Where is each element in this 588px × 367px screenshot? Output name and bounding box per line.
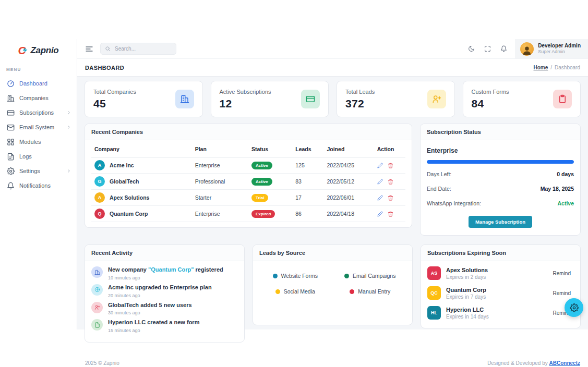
legend-dot [350, 289, 354, 294]
brand-logo[interactable]: C Zapnio [0, 39, 77, 62]
remind-button[interactable]: Remind [550, 290, 574, 297]
legend-item-social-media[interactable]: Social Media [259, 288, 331, 295]
legend-item-website-forms[interactable]: Website Forms [259, 273, 331, 279]
stat-value: 84 [472, 97, 509, 110]
activity-item: New company "Quantum Corp" registered 10… [91, 266, 238, 280]
company-cell: G GlobalTech [94, 176, 189, 187]
table-row: A Acme Inc Enterprise Active 125 2022/04… [91, 157, 405, 174]
sidebar-item-companies[interactable]: Companies [0, 91, 77, 105]
company-initials-badge: QC [427, 286, 441, 300]
panel-title: Subscription Status [421, 124, 580, 140]
breadcrumb: Home / Dashboard [534, 65, 581, 70]
stat-value: 45 [93, 97, 136, 110]
panel-title: Recent Activity [85, 245, 244, 261]
gear-icon [570, 303, 579, 312]
company-name: Quantum Corp [110, 211, 148, 217]
subscription-progress-fill [427, 160, 574, 164]
edit-button[interactable] [377, 179, 383, 185]
recent-activity-panel: Recent Activity New company "Quantum Cor… [85, 244, 245, 342]
sidebar-item-email-system[interactable]: Email System [0, 120, 77, 134]
brand-name: Zapnio [31, 45, 59, 56]
legend-item-manual-entry[interactable]: Manual Entry [334, 288, 406, 295]
legend-label: Social Media [284, 288, 315, 295]
company-initials-badge: AS [427, 266, 441, 280]
sidebar-item-logs[interactable]: Logs [0, 149, 77, 164]
company-plan: Starter [192, 190, 248, 206]
activity-text: Hyperion LLC created a new form [108, 319, 199, 326]
sidebar-item-dashboard[interactable]: Dashboard [0, 76, 77, 91]
edit-button[interactable] [377, 211, 383, 217]
company-avatar: A [94, 192, 105, 203]
user-name: Developer Admin [538, 42, 581, 49]
expiring-subscriptions-panel: Subscriptions Expiring Soon AS Apex Solu… [421, 244, 581, 328]
user-menu[interactable]: Developer Admin Super Admin [515, 39, 588, 58]
delete-button[interactable] [388, 195, 393, 201]
subscription-detail-row: End Date: May 18, 2025 [427, 181, 574, 196]
column-header-status: Status [248, 141, 292, 157]
legend-dot [344, 274, 349, 278]
activity-time: 20 minutes ago [108, 293, 212, 298]
legend-label: Manual Entry [358, 288, 390, 295]
company-leads: 125 [292, 157, 323, 174]
company-initials-badge: HL [427, 306, 441, 320]
breadcrumb-current: Dashboard [555, 65, 580, 70]
companies-table: CompanyPlanStatusLeadsJoinedAction A Acm… [91, 141, 405, 222]
topbar-right: Developer Admin Super Admin [463, 39, 588, 58]
company-plan: Enterprise [192, 157, 248, 174]
delete-button[interactable] [388, 179, 393, 185]
activity-time: 15 minutes ago [108, 328, 199, 333]
zap-icon [22, 47, 28, 53]
column-header-action: Action [374, 141, 405, 157]
remind-button[interactable]: Remind [550, 270, 574, 277]
sidebar-item-notifications[interactable]: Notifications [0, 178, 77, 193]
dark-mode-button[interactable] [463, 39, 479, 58]
activity-text: Acme Inc upgraded to Enterprise plan [108, 284, 212, 291]
subscription-detail-row: WhatsApp Integration: Active [427, 196, 574, 211]
bell-icon [7, 182, 15, 190]
menu-toggle-button[interactable] [85, 45, 93, 53]
legend-label: Website Forms [281, 273, 318, 279]
app-window: C Zapnio MENU Dashboard Companies Subscr… [0, 39, 588, 329]
arrow-up-circle-icon [91, 284, 103, 296]
search-input[interactable] [114, 45, 172, 52]
sidebar-item-label: Logs [19, 153, 32, 160]
edit-button[interactable] [377, 195, 383, 201]
fullscreen-button[interactable] [479, 39, 496, 58]
edit-button[interactable] [377, 163, 383, 168]
stat-value: 372 [345, 97, 375, 110]
company-joined: 2022/05/12 [323, 174, 374, 190]
detail-value: May 18, 2025 [541, 186, 574, 192]
sidebar-item-subscriptions[interactable]: Subscriptions [0, 105, 77, 120]
footer: 2025 © Zapnio Designed & Developed by AB… [85, 356, 581, 367]
expiring-company-name: Quantum Corp [446, 287, 486, 293]
delete-button[interactable] [388, 211, 393, 217]
settings-fab-button[interactable] [565, 298, 583, 317]
topbar: Developer Admin Super Admin [77, 39, 588, 58]
clipboard-icon [553, 90, 572, 108]
legend-item-email-campaigns[interactable]: Email Campaigns [334, 273, 406, 279]
building-icon [91, 266, 103, 278]
main-area: Developer Admin Super Admin DASHBOARD Ho… [77, 39, 588, 329]
notifications-button[interactable] [496, 39, 512, 58]
activity-item: Hyperion LLC created a new form 15 minut… [91, 319, 238, 333]
email-icon [7, 124, 15, 131]
subscriptions-icon [7, 109, 15, 117]
breadcrumb-home-link[interactable]: Home [534, 65, 548, 70]
subscription-detail-row: Days Left: 0 days [427, 167, 574, 181]
activity-item: GlobalTech added 5 new users 30 minutes … [91, 302, 238, 316]
sidebar-item-settings[interactable]: Settings [0, 164, 77, 178]
breadcrumb-separator: / [550, 65, 552, 70]
manage-subscription-button[interactable]: Manage Subscription [469, 216, 532, 228]
footer-credit-link[interactable]: ABConnectz [549, 360, 580, 366]
companies-icon [7, 94, 15, 102]
expiring-company-name: Apex Solutions [446, 267, 488, 273]
legend-label: Email Campaigns [353, 273, 395, 279]
sidebar-item-modules[interactable]: Modules [0, 134, 77, 149]
delete-button[interactable] [388, 163, 393, 168]
activity-time: 30 minutes ago [108, 310, 192, 315]
stat-label: Total Leads [345, 89, 375, 95]
detail-value: Active [557, 200, 574, 206]
subscription-progress-bar[interactable] [427, 160, 574, 164]
user-plus-icon [91, 302, 103, 313]
column-header-joined: Joined [323, 141, 374, 157]
